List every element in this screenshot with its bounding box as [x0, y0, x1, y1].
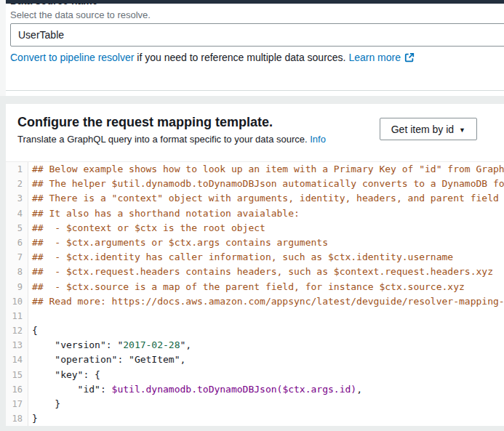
code-line[interactable]: 6## - $ctx.arguments or $ctx.args contai… [6, 235, 504, 250]
data-source-help-text: Select the data source to resolve. [10, 9, 151, 20]
code-text[interactable] [28, 309, 504, 323]
info-link[interactable]: Info [310, 134, 326, 145]
line-number: 16 [6, 382, 28, 397]
line-number: 10 [6, 294, 28, 309]
convert-to-pipeline-link[interactable]: Convert to pipeline resolver [10, 52, 134, 63]
line-number: 7 [6, 250, 28, 265]
code-text[interactable]: ## The helper $util.dynamodb.toDynamoDBJ… [28, 177, 504, 191]
code-line[interactable]: 3## There is a "context" object with arg… [6, 191, 504, 206]
code-text[interactable]: ## - $ctx.arguments or $ctx.args contain… [28, 235, 504, 250]
panel-divider [6, 90, 504, 91]
console-header-edge [6, 0, 504, 4]
page-left-gutter [0, 0, 6, 96]
request-mapping-card: Configure the request mapping template. … [6, 104, 504, 426]
code-text[interactable]: ## Read more: https://docs.aws.amazon.co… [28, 294, 504, 309]
learn-more-link[interactable]: Learn more [348, 52, 401, 63]
pipeline-resolver-line: Convert to pipeline resolver if you need… [10, 52, 415, 65]
code-text[interactable]: } [28, 397, 504, 411]
code-text[interactable]: "key": { [28, 368, 504, 382]
line-number: 1 [6, 162, 28, 177]
request-mapping-subtitle: Translate a GraphQL query into a format … [17, 134, 326, 145]
code-line[interactable]: 11 [6, 309, 504, 323]
code-line[interactable]: 12{ [6, 323, 504, 338]
code-text[interactable]: ## There is a "context" object with argu… [28, 191, 504, 206]
code-line[interactable]: 7## - $ctx.identity has caller informati… [6, 250, 504, 265]
code-text[interactable]: { [28, 323, 504, 338]
code-text[interactable]: ## - $ctx.source is a map of the parent … [28, 280, 504, 294]
line-number: 12 [6, 323, 28, 338]
template-selector-button[interactable]: Get item by id▼ [380, 118, 477, 140]
code-line[interactable]: 18} [6, 411, 504, 426]
code-text[interactable]: "version": "2017-02-28", [28, 338, 504, 353]
line-number: 5 [6, 221, 28, 235]
line-number: 17 [6, 397, 28, 411]
code-line[interactable]: 15 "key": { [6, 368, 504, 382]
line-number: 6 [6, 235, 28, 250]
line-number: 2 [6, 177, 28, 191]
code-line[interactable]: 8## - $ctx.request.headers contains head… [6, 265, 504, 279]
code-text[interactable]: "id": $util.dynamodb.toDynamoDBJson($ctx… [28, 382, 504, 397]
code-text[interactable]: ## - $ctx.identity has caller informatio… [28, 250, 504, 265]
code-line[interactable]: 13 "version": "2017-02-28", [6, 338, 504, 353]
code-text[interactable]: ## Below example shows how to look up an… [28, 162, 504, 177]
line-number: 15 [6, 368, 28, 382]
line-number: 18 [6, 411, 28, 426]
line-number: 3 [6, 191, 28, 206]
code-line[interactable]: 2## The helper $util.dynamodb.toDynamoDB… [6, 177, 504, 191]
code-line[interactable]: 9## - $ctx.source is a map of the parent… [6, 280, 504, 294]
code-line[interactable]: 17 } [6, 397, 504, 411]
data-source-panel: Data source name Select the data source … [6, 0, 504, 96]
code-text[interactable]: "operation": "GetItem", [28, 353, 504, 367]
external-link-icon[interactable] [404, 52, 415, 65]
code-text[interactable]: ## - $context or $ctx is the root object [28, 221, 504, 235]
line-number: 8 [6, 265, 28, 279]
code-line[interactable]: 14 "operation": "GetItem", [6, 353, 504, 367]
pipeline-line-text: if you need to reference multiple data s… [134, 52, 348, 63]
line-number: 13 [6, 338, 28, 353]
code-line[interactable]: 10## Read more: https://docs.aws.amazon.… [6, 294, 504, 309]
code-line[interactable]: 1## Below example shows how to look up a… [6, 162, 504, 177]
code-line[interactable]: 16 "id": $util.dynamodb.toDynamoDBJson($… [6, 382, 504, 397]
code-line[interactable]: 4## It also has a shorthand notation ava… [6, 206, 504, 221]
data-source-input[interactable] [10, 23, 504, 47]
line-number: 11 [6, 309, 28, 323]
code-line[interactable]: 5## - $context or $ctx is the root objec… [6, 221, 504, 235]
line-number: 9 [6, 280, 28, 294]
code-text[interactable]: } [28, 411, 504, 426]
template-selector-label: Get item by id [391, 124, 454, 135]
chevron-down-icon: ▼ [459, 126, 465, 134]
request-mapping-title: Configure the request mapping template. [17, 115, 273, 130]
subtitle-text: Translate a GraphQL query into a format … [17, 134, 310, 145]
code-text[interactable]: ## - $ctx.request.headers contains heade… [28, 265, 504, 279]
line-number: 14 [6, 353, 28, 367]
code-editor[interactable]: 1## Below example shows how to look up a… [6, 161, 504, 426]
line-number: 4 [6, 206, 28, 221]
code-text[interactable]: ## It also has a shorthand notation avai… [28, 206, 504, 221]
